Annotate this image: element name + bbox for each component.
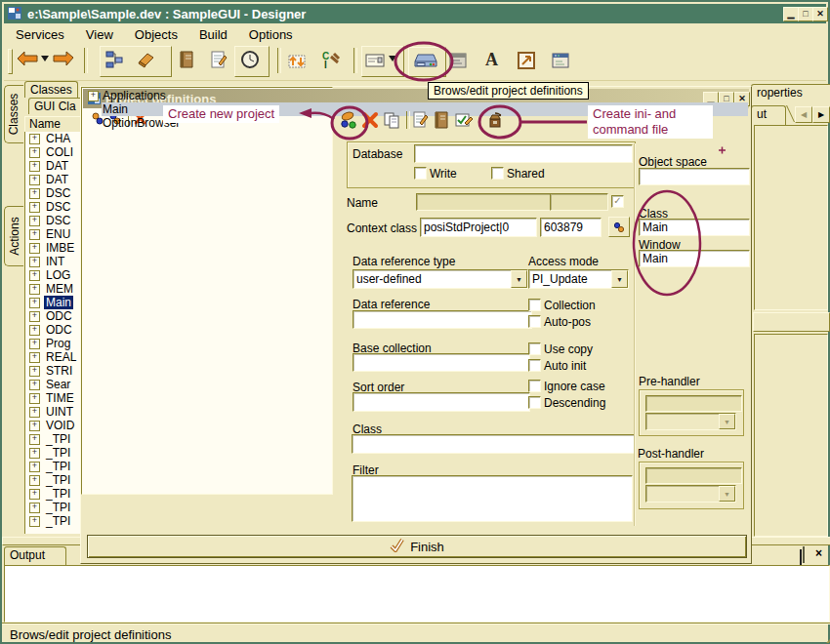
tab-scroll-right-icon[interactable]: ▶ xyxy=(812,106,830,123)
copy-icon[interactable] xyxy=(383,111,400,129)
expand-icon[interactable]: + xyxy=(29,516,40,527)
data-reference-type-select[interactable]: user-defined ▼ xyxy=(353,269,528,289)
tree-item-applications[interactable]: + Applications xyxy=(82,89,748,102)
new-project-balls-icon[interactable] xyxy=(339,110,360,130)
tree-item[interactable]: + Main xyxy=(25,296,82,309)
expand-icon[interactable]: + xyxy=(29,448,40,459)
tree-item[interactable]: + _TPI xyxy=(25,432,82,446)
tab-output[interactable]: Output xyxy=(4,546,66,566)
base-collection-input[interactable] xyxy=(353,353,530,372)
tree-item[interactable]: + TIME xyxy=(25,391,82,405)
delete-project-icon[interactable] xyxy=(361,111,379,129)
window-input[interactable] xyxy=(639,250,750,267)
tree-item[interactable]: + Prog xyxy=(25,337,82,350)
finish-button[interactable]: Finish xyxy=(87,535,747,558)
menu-item[interactable]: Options xyxy=(245,26,297,43)
sidebar-tab-classes[interactable]: Classes xyxy=(4,85,23,143)
window-form-icon[interactable] xyxy=(552,53,569,68)
tree-item[interactable]: + _TPI xyxy=(25,514,82,528)
menu-item[interactable]: Objects xyxy=(131,26,182,43)
image-viewer-icon[interactable] xyxy=(518,52,535,69)
tree-item[interactable]: + LOG xyxy=(25,268,82,282)
expand-icon[interactable]: + xyxy=(29,503,40,513)
context-class-picker-button[interactable] xyxy=(608,217,630,237)
auto-pos-checkbox[interactable] xyxy=(528,315,541,328)
form-combo-icon[interactable] xyxy=(365,53,385,68)
dropdown-arrow-icon[interactable]: ▼ xyxy=(611,270,628,288)
object-space-input[interactable] xyxy=(639,168,750,185)
eraser-icon[interactable] xyxy=(137,50,156,69)
collection-checkbox[interactable] xyxy=(528,299,541,311)
edit-source-icon[interactable] xyxy=(210,50,228,69)
expand-icon[interactable]: + xyxy=(29,257,40,267)
expand-icon[interactable]: + xyxy=(29,188,40,199)
form-gray-icon[interactable] xyxy=(449,53,467,68)
minimize-button[interactable]: ▁ xyxy=(783,7,799,21)
tree-item[interactable]: + Sear xyxy=(25,378,82,391)
descending-checkbox[interactable] xyxy=(528,396,541,409)
sort-order-input[interactable] xyxy=(353,392,530,412)
project-definitions-drive-icon[interactable] xyxy=(414,52,437,69)
expand-icon[interactable]: + xyxy=(29,284,40,295)
tree-item[interactable]: + ODC xyxy=(25,323,82,337)
tree-item[interactable]: + VOID xyxy=(25,419,82,432)
write-checkbox[interactable] xyxy=(414,167,427,180)
shared-checkbox[interactable] xyxy=(491,167,504,180)
tree-item[interactable]: + DSC xyxy=(25,186,82,200)
float-panel-icon[interactable] xyxy=(800,550,802,565)
right-class-input[interactable] xyxy=(639,219,750,236)
dropdown-arrow-icon[interactable]: ▼ xyxy=(511,270,527,288)
tree-item[interactable]: + CHA xyxy=(25,132,82,145)
import-export-grid-icon[interactable] xyxy=(287,50,307,69)
history-dropdown-icon[interactable] xyxy=(41,56,49,61)
class-hierarchy-icon[interactable] xyxy=(104,50,124,69)
database-input[interactable] xyxy=(414,144,633,163)
tab-classes[interactable]: Classes xyxy=(24,81,78,98)
menu-item[interactable]: Services xyxy=(12,26,68,43)
expand-icon[interactable]: + xyxy=(29,366,40,377)
tree-item[interactable]: + _TPI xyxy=(25,460,82,473)
back-arrow-icon[interactable] xyxy=(17,51,38,66)
context-class-input[interactable] xyxy=(420,218,537,237)
expand-icon[interactable]: + xyxy=(88,91,99,101)
expand-icon[interactable]: + xyxy=(29,462,40,472)
expand-icon[interactable]: + xyxy=(29,298,40,308)
maximize-button[interactable]: □ xyxy=(798,7,813,21)
tree-item[interactable]: + UINT xyxy=(25,405,82,419)
expand-icon[interactable]: + xyxy=(29,393,40,404)
expand-icon[interactable]: + xyxy=(29,229,40,240)
expand-icon[interactable]: + xyxy=(29,421,40,431)
expand-icon[interactable]: + xyxy=(29,325,40,336)
expand-icon[interactable]: + xyxy=(29,134,40,144)
expand-icon[interactable]: + xyxy=(29,352,40,363)
tab-scroll-left-icon[interactable]: ◀ xyxy=(795,106,812,123)
close-panel-icon[interactable]: × xyxy=(815,546,822,560)
expand-icon[interactable]: + xyxy=(29,202,40,213)
tree-item[interactable]: + REAL xyxy=(25,350,82,364)
expand-icon[interactable]: + xyxy=(29,380,40,390)
close-button[interactable]: ✕ xyxy=(812,7,828,21)
ignore-case-checkbox[interactable] xyxy=(528,380,541,392)
expand-icon[interactable]: + xyxy=(29,216,40,226)
tree-item[interactable]: + COLI xyxy=(25,145,82,159)
properties-pane-bar[interactable] xyxy=(753,312,830,332)
use-copy-checkbox[interactable] xyxy=(528,342,541,355)
output-area[interactable] xyxy=(4,565,830,623)
tree-item[interactable]: + STRI xyxy=(25,364,82,378)
ini-grinder-icon[interactable] xyxy=(485,110,505,130)
tree-item[interactable]: + ENU xyxy=(25,227,82,241)
auto-init-checkbox[interactable] xyxy=(528,359,541,372)
tree-item[interactable]: + _TPI xyxy=(25,501,82,514)
expand-icon[interactable]: + xyxy=(29,161,40,172)
context-class-id-input[interactable] xyxy=(540,218,602,237)
access-mode-select[interactable]: PI_Update ▼ xyxy=(528,269,629,289)
data-reference-input[interactable] xyxy=(353,310,532,329)
expand-icon[interactable]: + xyxy=(29,243,40,254)
tree-item[interactable]: + DSC xyxy=(25,200,82,214)
expand-icon[interactable]: + xyxy=(29,407,40,418)
class-book-icon[interactable] xyxy=(178,50,195,69)
book-icon[interactable] xyxy=(434,111,449,129)
clock-icon[interactable] xyxy=(240,50,260,69)
tree-item[interactable]: + ODC xyxy=(25,309,82,323)
tree-item[interactable]: + _TPI xyxy=(25,446,82,460)
